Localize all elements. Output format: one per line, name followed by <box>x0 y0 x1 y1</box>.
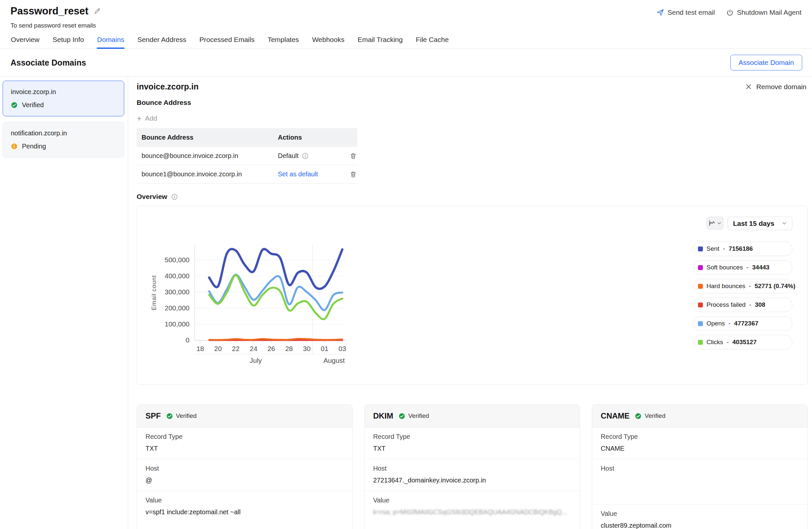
dns-card-title: CNAME <box>601 411 629 420</box>
paper-plane-icon <box>656 9 664 16</box>
field-label: Host <box>373 465 571 472</box>
field-value: 27213647._domainkey.invoice.zcorp.in <box>373 476 571 484</box>
legend-swatch <box>698 340 703 345</box>
tab-overview[interactable]: Overview <box>11 33 40 48</box>
field-label: Value <box>601 510 799 517</box>
add-bounce-address-button[interactable]: + Add <box>137 114 166 122</box>
tab-webhooks[interactable]: Webhooks <box>311 33 345 48</box>
line-chart-icon <box>709 220 715 226</box>
status-badge: Verified <box>22 101 44 109</box>
tab-templates[interactable]: Templates <box>267 33 300 48</box>
set-as-default-link[interactable]: Set as default <box>278 170 318 178</box>
default-label: Default <box>278 152 299 160</box>
table-row: bounce1@bounce.invoice.zcorp.in Set as d… <box>137 165 357 184</box>
trash-icon[interactable] <box>344 171 362 178</box>
legend-item-soft-bounces[interactable]: Soft bounces - 34443 <box>693 260 792 275</box>
field-value <box>601 476 799 484</box>
field-value: CNAME <box>601 445 799 453</box>
domain-title: invoice.zcorp.in <box>137 82 199 91</box>
tab-domains[interactable]: Domains <box>97 33 125 48</box>
associate-domain-button[interactable]: Associate Domain <box>730 55 802 70</box>
legend-item-sent[interactable]: Sent - 7156186 <box>693 242 792 256</box>
tab-bar: Overview Setup Info Domains Sender Addre… <box>0 33 812 49</box>
shutdown-mail-agent-label: Shutdown Mail Agent <box>737 9 801 16</box>
check-circle-icon <box>11 102 18 109</box>
pencil-icon[interactable] <box>94 8 101 15</box>
verified-label: Verified <box>408 412 429 419</box>
svg-text:July: July <box>250 357 262 364</box>
add-label: Add <box>145 114 157 122</box>
field-label: Value <box>145 497 344 504</box>
svg-text:01: 01 <box>321 345 328 352</box>
chevron-down-icon <box>717 221 722 226</box>
tab-setup-info[interactable]: Setup Info <box>53 33 85 48</box>
column-header-actions: Actions <box>278 134 344 141</box>
svg-text:03: 03 <box>338 345 346 352</box>
shutdown-mail-agent-button[interactable]: Shutdown Mail Agent <box>726 9 801 16</box>
dns-records: SPF Verified Record TypeTXT Host@ Valuev… <box>137 404 808 529</box>
cname-card: CNAME Verified Record TypeCNAME Host Val… <box>592 404 808 529</box>
date-range-value: Last 15 days <box>733 219 774 227</box>
dkim-card: DKIM Verified Record TypeTXT Host2721364… <box>364 404 580 529</box>
tab-processed-emails[interactable]: Processed Emails <box>199 33 255 48</box>
send-test-email-button[interactable]: Send test email <box>656 9 715 16</box>
field-value: @ <box>145 476 344 484</box>
app-window: Password_reset To send password reset em… <box>0 0 812 529</box>
table-row: bounce@bounce.invoice.zcorp.in Default <box>137 147 357 165</box>
send-test-email-label: Send test email <box>667 9 715 16</box>
field-label: Record Type <box>145 433 344 441</box>
field-value: TXT <box>145 445 344 453</box>
chart-legend: Sent - 7156186 Soft bounces - 34443 Hard… <box>693 242 792 349</box>
verified-label: Verified <box>644 412 665 419</box>
page-header: Associate Domains Associate Domain <box>0 49 812 77</box>
close-icon <box>745 83 752 90</box>
legend-swatch <box>698 302 703 308</box>
tab-file-cache[interactable]: File Cache <box>416 33 449 48</box>
dns-card-title: DKIM <box>373 411 393 420</box>
tab-sender-address[interactable]: Sender Address <box>137 33 186 48</box>
chart-type-button[interactable] <box>707 217 724 229</box>
legend-item-opens[interactable]: Opens - 4772367 <box>693 316 792 331</box>
date-range-select[interactable]: Last 15 days <box>727 217 792 230</box>
power-icon <box>726 9 734 16</box>
legend-swatch <box>698 246 703 252</box>
domain-list: invoice.zcorp.in Verified notification.z… <box>0 77 128 529</box>
bounce-address-value: bounce1@bounce.invoice.zcorp.in <box>142 170 278 178</box>
topbar: Password_reset To send password reset em… <box>0 0 812 29</box>
domain-name: notification.zcorp.in <box>11 129 116 137</box>
bounce-address-value: bounce@bounce.invoice.zcorp.in <box>142 152 278 160</box>
svg-text:26: 26 <box>267 345 275 352</box>
info-circle-icon[interactable] <box>171 194 178 200</box>
field-value: v=spf1 include:zeptomail.net ~all <box>145 508 344 516</box>
svg-text:20: 20 <box>214 345 222 352</box>
legend-swatch <box>698 284 703 289</box>
legend-item-hard-bounces[interactable]: Hard bounces - 52771 (0.74%) <box>693 279 792 294</box>
pending-info-icon <box>11 143 18 150</box>
trash-icon[interactable] <box>344 153 362 160</box>
field-label: Host <box>601 465 799 472</box>
svg-text:Email count: Email count <box>150 275 157 310</box>
svg-text:August: August <box>323 357 345 364</box>
field-label: Record Type <box>373 433 571 441</box>
info-circle-icon[interactable] <box>302 153 309 159</box>
remove-domain-button[interactable]: Remove domain <box>745 83 807 91</box>
column-header-bounce-address: Bounce Address <box>142 134 278 141</box>
chevron-down-icon <box>782 221 787 226</box>
field-label: Record Type <box>601 433 799 441</box>
domain-name: invoice.zcorp.in <box>11 88 116 96</box>
legend-item-clicks[interactable]: Clicks - 4035127 <box>693 335 792 349</box>
check-circle-icon <box>166 413 173 419</box>
svg-text:400,000: 400,000 <box>165 272 190 280</box>
overview-chart-panel: Last 15 days 0100,000200,000300,000400,0… <box>137 206 808 385</box>
legend-item-process-failed[interactable]: Process failed - 308 <box>693 298 792 312</box>
domain-card-notification[interactable]: notification.zcorp.in Pending <box>3 122 124 158</box>
remove-domain-label: Remove domain <box>756 83 807 91</box>
field-value-redacted: k=rsa; p=MIGfMA0GCSqGSIb3DQEBAQUAA4GNADC… <box>373 508 571 516</box>
domain-card-invoice[interactable]: invoice.zcorp.in Verified <box>3 81 124 116</box>
svg-text:24: 24 <box>250 345 258 352</box>
tab-email-tracking[interactable]: Email Tracking <box>357 33 403 48</box>
section-title: Associate Domains <box>11 58 86 68</box>
verified-label: Verified <box>176 412 197 419</box>
svg-text:22: 22 <box>232 345 240 352</box>
status-badge: Pending <box>22 143 46 150</box>
